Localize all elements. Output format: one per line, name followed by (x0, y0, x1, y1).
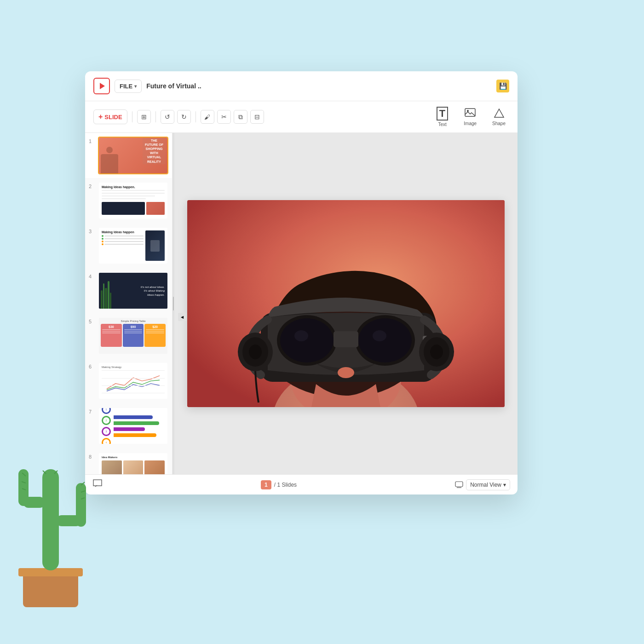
text-label: Text (438, 122, 446, 127)
view-icon (455, 481, 463, 489)
play-button[interactable] (93, 78, 110, 94)
toolbar-separator-2 (155, 111, 156, 122)
view-mode-button[interactable]: Normal View ▾ (466, 479, 510, 490)
slide-thumb-6: Making Strategy (98, 362, 168, 400)
current-slide-number: 1 (261, 480, 271, 489)
add-slide-button[interactable]: + SLIDE (93, 109, 127, 124)
toolbar-separator (132, 111, 132, 122)
image-tool[interactable]: Image (460, 106, 480, 128)
image-label: Image (464, 121, 477, 126)
add-slide-label: SLIDE (104, 114, 122, 121)
slide-number-5: 5 (89, 319, 95, 324)
header-bar: FILE ▾ Future of Virtual .. 💾 (85, 71, 518, 101)
slide-thumb-2: Making Ideas happen. (98, 182, 168, 219)
save-button[interactable]: 💾 (496, 80, 509, 92)
svg-point-16 (467, 110, 469, 112)
slide-item-8[interactable]: 8 Idea Makers (85, 448, 172, 474)
shape-tool[interactable]: Shape (489, 106, 509, 128)
cut-button[interactable]: ✂ (217, 110, 231, 124)
slide-item-1[interactable]: 1 THE FUTURE OFSHOPPING WITHVIRTUAL REAL… (85, 133, 172, 178)
side-panel-controls: ◀ (178, 313, 186, 321)
slide-number-4: 4 (89, 274, 95, 279)
file-label: FILE (120, 83, 132, 90)
copy-button[interactable]: ⧉ (234, 110, 247, 124)
shape-icon (494, 108, 505, 120)
app-window: FILE ▾ Future of Virtual .. 💾 + SLIDE ⊞ … (85, 71, 518, 494)
slide-item-4[interactable]: 4 It's not about Ideas.It's about Making… (85, 268, 172, 313)
slide-number-display: 1 / 1 Slides (261, 480, 297, 489)
play-icon (100, 83, 105, 89)
toolbar-right: T Text Image Shape (433, 105, 509, 129)
slide-thumb-8: Idea Makers (98, 452, 168, 474)
slide-number-6: 6 (89, 364, 95, 369)
main-slide-canvas[interactable] (187, 200, 505, 407)
collapse-panel-icon[interactable]: ◀ (178, 313, 186, 321)
slide-number-2: 2 (89, 184, 95, 189)
toolbar: + SLIDE ⊞ ↺ ↻ 🖌 ✂ ⧉ ⊟ T Text Image (85, 101, 518, 133)
canvas-area (174, 133, 518, 474)
svg-rect-6 (76, 483, 86, 527)
svg-rect-38 (187, 200, 505, 407)
slide-item-3[interactable]: 3 Making Ideas happen (85, 223, 172, 268)
svg-rect-15 (465, 109, 475, 116)
slide-thumb-3: Making Ideas happen (98, 227, 168, 264)
text-icon: T (437, 107, 448, 121)
image-icon (465, 108, 476, 120)
text-tool[interactable]: T Text (433, 105, 452, 129)
format-paint-button[interactable]: 🖌 (201, 110, 214, 124)
chevron-down-icon: ▾ (134, 84, 137, 89)
slide-item-6[interactable]: 6 Making Strategy (85, 358, 172, 403)
layout-button[interactable]: ⊞ (137, 110, 151, 124)
cactus-decoration (0, 414, 92, 607)
panel-resize-divider[interactable] (172, 133, 174, 474)
content-area: 1 THE FUTURE OFSHOPPING WITHVIRTUAL REAL… (85, 133, 518, 474)
view-chevron-icon: ▾ (503, 482, 506, 488)
slide-count: / 1 Slides (274, 482, 297, 488)
chat-icon[interactable] (92, 479, 103, 490)
slide-thumb-5: Simple Pricing Table $30 $90 (98, 317, 168, 355)
toolbar-separator-3 (196, 111, 196, 122)
slide-item-2[interactable]: 2 Making Ideas happen. (85, 178, 172, 223)
paste-button[interactable]: ⊟ (250, 110, 264, 124)
view-label: Normal View (470, 482, 501, 488)
slide-background-image (187, 200, 505, 407)
slide-item-5[interactable]: 5 Simple Pricing Table $30 (85, 313, 172, 358)
slide-item-7[interactable]: 7 1 2 3 4 (85, 403, 172, 448)
file-menu-button[interactable]: FILE ▾ (115, 80, 142, 93)
svg-rect-4 (18, 469, 29, 506)
undo-button[interactable]: ↺ (161, 110, 174, 124)
vr-scene-svg (187, 200, 505, 407)
cactus-svg (9, 432, 92, 607)
slide-thumb-7: 1 2 3 4 (98, 407, 168, 445)
slide-panel: 1 THE FUTURE OFSHOPPING WITHVIRTUAL REAL… (85, 133, 172, 474)
svg-rect-39 (455, 482, 463, 487)
slide-thumb-4: It's not about Ideas.It's about MakingId… (98, 272, 168, 310)
slide-thumb-1: THE FUTURE OFSHOPPING WITHVIRTUAL REALIT… (98, 137, 168, 174)
slide-number-1: 1 (89, 138, 95, 144)
plus-icon: + (98, 113, 103, 121)
shape-label: Shape (492, 121, 506, 126)
bottom-bar: 1 / 1 Slides Normal View ▾ (85, 474, 518, 494)
redo-button[interactable]: ↻ (177, 110, 191, 124)
slide-number-3: 3 (89, 229, 95, 234)
document-title: Future of Virtual .. (146, 82, 492, 90)
